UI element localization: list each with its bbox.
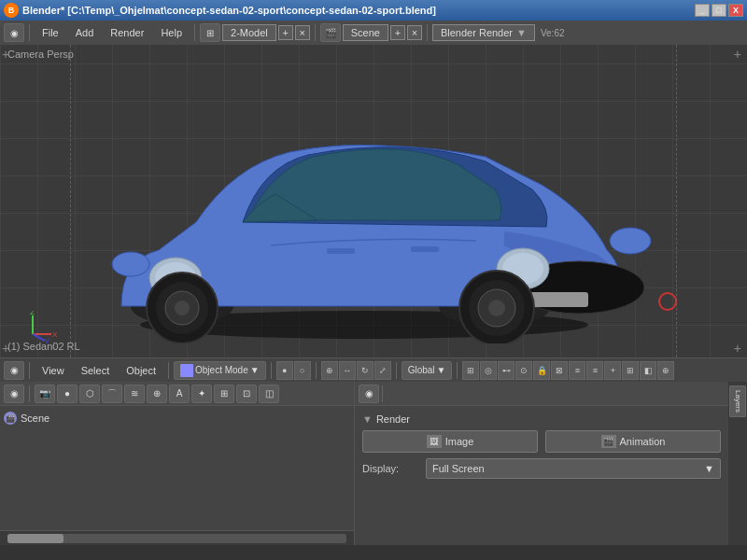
surface-icon-btn[interactable]: ≋	[124, 385, 145, 403]
sep	[29, 362, 30, 379]
prop-edit-btn[interactable]: ◎	[480, 361, 497, 380]
add-menu[interactable]: Add	[68, 25, 102, 40]
workspace-add-btn[interactable]: +	[278, 25, 293, 40]
svg-point-19	[610, 228, 651, 254]
view-menu[interactable]: View	[35, 363, 72, 378]
image-btn-label: Image	[445, 436, 474, 447]
render-engine-label: Blender Render	[441, 27, 513, 38]
properties-icon[interactable]: ◉	[359, 385, 379, 403]
render-menu[interactable]: Render	[103, 25, 151, 40]
workspace-remove-btn[interactable]: ×	[295, 25, 310, 40]
outliner-icon[interactable]: ◉	[4, 385, 24, 403]
workspace-label: 2-Model	[231, 27, 268, 38]
scale-btn[interactable]: ⤢	[374, 361, 391, 380]
empty-icon-btn[interactable]: ⊡	[236, 385, 257, 403]
render-props-content: ▼ Render 🖼 Image 🎬 Animation Display:	[355, 406, 728, 545]
svg-point-18	[488, 300, 505, 316]
snap-btn[interactable]: ⊷	[498, 361, 514, 380]
separator2	[315, 24, 316, 41]
sep6	[457, 362, 458, 379]
svg-line-23	[33, 334, 45, 341]
armature-icon-btn[interactable]: ✦	[191, 385, 212, 403]
blender-icon: B	[4, 3, 19, 18]
scene-remove-btn[interactable]: ×	[407, 25, 422, 40]
scrollbar[interactable]	[7, 534, 346, 543]
font-icon-btn[interactable]: A	[169, 385, 190, 403]
more-btn5[interactable]: ◧	[640, 361, 656, 380]
more-btn2[interactable]: ≡	[586, 361, 603, 380]
titlebar: B Blender* [C:\Temp\_Ohjelmat\concept-se…	[0, 0, 747, 21]
help-menu[interactable]: Help	[153, 25, 190, 40]
workspace-selector[interactable]: 2-Model	[222, 24, 276, 41]
more-btn1[interactable]: ≡	[569, 361, 585, 380]
display-row: Display: Full Screen ▼	[362, 458, 721, 479]
3d-viewport[interactable]: Camera Persp + + + +	[0, 45, 747, 357]
blender-menu-icon[interactable]: ◉	[4, 23, 24, 42]
display-label: Display:	[362, 463, 418, 474]
sep	[382, 385, 383, 402]
layers-btn[interactable]: Layers	[729, 385, 746, 417]
more-btn6[interactable]: ⊕	[657, 361, 674, 380]
separator	[194, 24, 195, 41]
meta-icon-btn[interactable]: ⊕	[147, 385, 167, 403]
scene-add-btn[interactable]: +	[390, 25, 405, 40]
display-select[interactable]: Full Screen ▼	[426, 458, 721, 479]
svg-text:Z: Z	[30, 311, 35, 316]
corner-plus-br: +	[734, 341, 741, 356]
lock-btn[interactable]: 🔒	[533, 361, 550, 380]
more-btn4[interactable]: ⊞	[622, 361, 639, 380]
select-menu[interactable]: Select	[74, 363, 118, 378]
right-panel-toolbar: ◉	[355, 382, 728, 406]
animation-render-btn[interactable]: 🎬 Animation	[545, 430, 721, 453]
camera-icon-btn[interactable]: 📷	[35, 385, 55, 403]
render-panel-header[interactable]: ▼ Render	[362, 413, 721, 425]
target-reticle	[658, 292, 677, 311]
render-buttons-row: 🖼 Image 🎬 Animation	[362, 430, 721, 453]
sep2	[168, 362, 169, 379]
layer-btn[interactable]: ⊞	[462, 361, 479, 380]
maximize-button[interactable]: □	[712, 4, 726, 17]
guide-line-left	[70, 45, 71, 357]
wire-mode-btn[interactable]: ○	[294, 361, 311, 380]
image-render-btn[interactable]: 🖼 Image	[362, 430, 538, 453]
sep4	[316, 362, 317, 379]
collapse-icon: ▼	[362, 413, 373, 425]
lamp-icon-btn[interactable]: ●	[57, 385, 78, 403]
svg-rect-9	[327, 248, 355, 254]
curve-icon-btn[interactable]: ⌒	[102, 385, 122, 403]
svg-rect-10	[411, 246, 439, 252]
mesh-icon-btn[interactable]: ⬡	[79, 385, 100, 403]
render-engine-selector[interactable]: Blender Render ▼	[432, 24, 535, 41]
image-icon: 🖼	[427, 435, 442, 448]
animation-btn-label: Animation	[620, 436, 666, 447]
layout-icon[interactable]: ⊞	[200, 23, 220, 42]
object-menu[interactable]: Object	[119, 363, 163, 378]
viewport-menu-icon[interactable]: ◉	[4, 361, 24, 380]
transform-space-selector[interactable]: Global ▼	[402, 361, 453, 380]
extra-tools-group: ⊞ ◎ ⊷ ⊙ 🔒 ⊠ ≡ ≡ + ⊞ ◧ ⊕	[462, 361, 674, 380]
version-label: Ve:62	[541, 28, 565, 38]
corner-plus-tr: +	[734, 47, 741, 62]
cage-btn[interactable]: ⊠	[551, 361, 568, 380]
grab-btn[interactable]: ↔	[339, 361, 356, 380]
minimize-button[interactable]: _	[695, 4, 710, 17]
object-mode-selector[interactable]: Object Mode ▼	[174, 361, 266, 380]
close-button[interactable]: X	[728, 4, 743, 17]
lattice-icon-btn[interactable]: ⊞	[214, 385, 234, 403]
mode-icon	[180, 364, 193, 377]
render-panel-title: Render	[376, 413, 410, 425]
pivot-btn[interactable]: ⊙	[515, 361, 532, 380]
scene-selector[interactable]: Scene	[343, 24, 388, 41]
scene-item[interactable]: 🎬 Scene	[4, 410, 350, 427]
manipulator-btn[interactable]: ⊕	[321, 361, 338, 380]
rotate-btn[interactable]: ↻	[357, 361, 374, 380]
solid-mode-btn[interactable]: ●	[276, 361, 293, 380]
viewport-toolbar: ◉ View Select Object Object Mode ▼ ● ○ ⊕…	[0, 357, 747, 382]
bottom-panel: ◉ 📷 ● ⬡ ⌒ ≋ ⊕ A ✦ ⊞ ⊡ ◫ 🎬 Scene	[0, 382, 747, 545]
file-menu[interactable]: File	[35, 25, 66, 40]
more-btn3[interactable]: +	[604, 361, 621, 380]
window-title: Blender* [C:\Temp\_Ohjelmat\concept-seda…	[22, 5, 695, 16]
window-controls: _ □ X	[695, 4, 743, 17]
group-icon-btn[interactable]: ◫	[259, 385, 279, 403]
scene-icon[interactable]: 🎬	[320, 23, 341, 42]
